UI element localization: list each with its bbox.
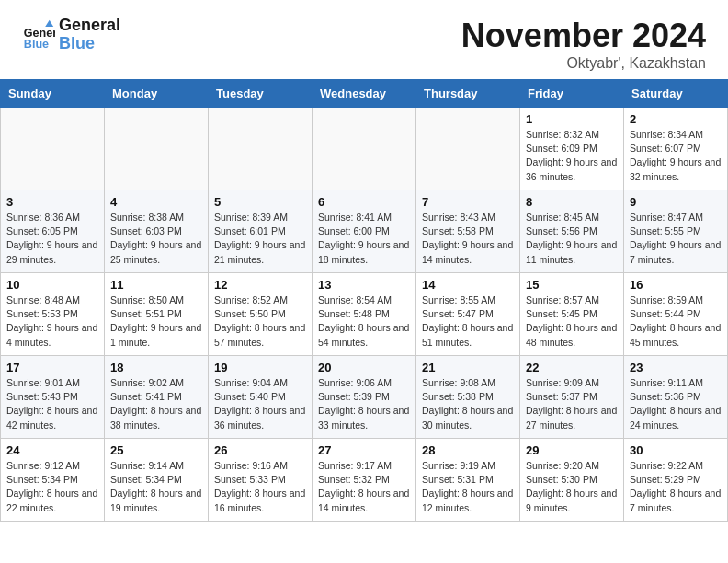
calendar-cell: 29Sunrise: 9:20 AM Sunset: 5:30 PM Dayli…	[520, 439, 624, 522]
calendar-cell: 26Sunrise: 9:16 AM Sunset: 5:33 PM Dayli…	[209, 439, 313, 522]
day-number: 7	[422, 195, 514, 209]
calendar-cell: 30Sunrise: 9:22 AM Sunset: 5:29 PM Dayli…	[624, 439, 728, 522]
day-info: Sunrise: 9:08 AM Sunset: 5:38 PM Dayligh…	[422, 376, 514, 432]
calendar-cell: 7Sunrise: 8:43 AM Sunset: 5:58 PM Daylig…	[416, 190, 520, 273]
calendar-cell: 12Sunrise: 8:52 AM Sunset: 5:50 PM Dayli…	[209, 273, 313, 356]
day-info: Sunrise: 8:55 AM Sunset: 5:47 PM Dayligh…	[422, 293, 514, 350]
day-number: 23	[630, 361, 722, 374]
day-number: 9	[630, 195, 722, 209]
weekday-header: Thursday	[416, 80, 520, 108]
day-info: Sunrise: 8:57 AM Sunset: 5:45 PM Dayligh…	[526, 293, 618, 350]
day-number: 27	[318, 443, 410, 457]
title-block: November 2024 Oktyabr', Kazakhstan	[461, 17, 706, 72]
day-number: 10	[6, 278, 98, 292]
day-info: Sunrise: 9:20 AM Sunset: 5:30 PM Dayligh…	[526, 459, 618, 515]
day-info: Sunrise: 8:41 AM Sunset: 6:00 PM Dayligh…	[318, 211, 410, 267]
day-info: Sunrise: 9:01 AM Sunset: 5:43 PM Dayligh…	[6, 376, 98, 432]
day-number: 5	[214, 195, 306, 209]
day-number: 4	[110, 195, 202, 209]
day-info: Sunrise: 8:36 AM Sunset: 6:05 PM Dayligh…	[6, 211, 98, 267]
day-info: Sunrise: 8:34 AM Sunset: 6:07 PM Dayligh…	[630, 128, 722, 184]
calendar-cell: 4Sunrise: 8:38 AM Sunset: 6:03 PM Daylig…	[105, 190, 209, 273]
day-info: Sunrise: 8:43 AM Sunset: 5:58 PM Dayligh…	[422, 211, 514, 267]
calendar-cell	[416, 108, 520, 190]
calendar-cell: 3Sunrise: 8:36 AM Sunset: 6:05 PM Daylig…	[1, 190, 105, 273]
day-number: 1	[526, 112, 618, 126]
day-number: 26	[214, 443, 306, 457]
logo: General Blue General Blue	[22, 17, 120, 53]
location: Oktyabr', Kazakhstan	[461, 55, 706, 72]
logo-blue: Blue	[59, 35, 120, 53]
day-number: 15	[526, 278, 618, 292]
day-info: Sunrise: 9:19 AM Sunset: 5:31 PM Dayligh…	[422, 459, 514, 515]
day-number: 13	[318, 278, 410, 292]
svg-text:Blue: Blue	[24, 38, 49, 51]
calendar-cell	[313, 108, 416, 190]
calendar-cell: 23Sunrise: 9:11 AM Sunset: 5:36 PM Dayli…	[624, 356, 728, 439]
day-number: 20	[318, 361, 410, 374]
day-number: 25	[110, 443, 202, 457]
calendar-cell: 25Sunrise: 9:14 AM Sunset: 5:34 PM Dayli…	[105, 439, 209, 522]
day-number: 30	[630, 443, 722, 457]
day-info: Sunrise: 9:02 AM Sunset: 5:41 PM Dayligh…	[110, 376, 202, 432]
calendar-cell: 14Sunrise: 8:55 AM Sunset: 5:47 PM Dayli…	[416, 273, 520, 356]
month-title: November 2024	[461, 17, 706, 55]
svg-marker-2	[45, 20, 53, 27]
weekday-header: Saturday	[624, 80, 728, 108]
day-info: Sunrise: 8:50 AM Sunset: 5:51 PM Dayligh…	[110, 293, 202, 350]
day-number: 24	[6, 443, 98, 457]
day-number: 28	[422, 443, 514, 457]
calendar-cell: 24Sunrise: 9:12 AM Sunset: 5:34 PM Dayli…	[1, 439, 105, 522]
day-info: Sunrise: 9:06 AM Sunset: 5:39 PM Dayligh…	[318, 376, 410, 432]
day-number: 17	[6, 361, 98, 374]
day-number: 14	[422, 278, 514, 292]
calendar-cell: 22Sunrise: 9:09 AM Sunset: 5:37 PM Dayli…	[520, 356, 624, 439]
calendar-cell	[105, 108, 209, 190]
calendar-cell: 21Sunrise: 9:08 AM Sunset: 5:38 PM Dayli…	[416, 356, 520, 439]
weekday-header: Monday	[105, 80, 209, 108]
day-info: Sunrise: 8:38 AM Sunset: 6:03 PM Dayligh…	[110, 211, 202, 267]
calendar-cell: 27Sunrise: 9:17 AM Sunset: 5:32 PM Dayli…	[313, 439, 416, 522]
day-info: Sunrise: 9:12 AM Sunset: 5:34 PM Dayligh…	[6, 459, 98, 515]
day-number: 2	[630, 112, 722, 126]
day-info: Sunrise: 8:47 AM Sunset: 5:55 PM Dayligh…	[630, 211, 722, 267]
page-header: General Blue General Blue November 2024 …	[0, 0, 728, 79]
day-info: Sunrise: 9:11 AM Sunset: 5:36 PM Dayligh…	[630, 376, 722, 432]
day-info: Sunrise: 9:09 AM Sunset: 5:37 PM Dayligh…	[526, 376, 618, 432]
day-info: Sunrise: 8:54 AM Sunset: 5:48 PM Dayligh…	[318, 293, 410, 350]
day-info: Sunrise: 9:22 AM Sunset: 5:29 PM Dayligh…	[630, 459, 722, 515]
day-number: 6	[318, 195, 410, 209]
calendar-cell: 11Sunrise: 8:50 AM Sunset: 5:51 PM Dayli…	[105, 273, 209, 356]
day-info: Sunrise: 9:14 AM Sunset: 5:34 PM Dayligh…	[110, 459, 202, 515]
calendar-cell: 2Sunrise: 8:34 AM Sunset: 6:07 PM Daylig…	[624, 108, 728, 190]
day-number: 29	[526, 443, 618, 457]
weekday-header: Sunday	[1, 80, 105, 108]
day-info: Sunrise: 9:16 AM Sunset: 5:33 PM Dayligh…	[214, 459, 306, 515]
weekday-header: Friday	[520, 80, 624, 108]
calendar-cell: 16Sunrise: 8:59 AM Sunset: 5:44 PM Dayli…	[624, 273, 728, 356]
day-number: 16	[630, 278, 722, 292]
calendar-cell: 18Sunrise: 9:02 AM Sunset: 5:41 PM Dayli…	[105, 356, 209, 439]
day-number: 22	[526, 361, 618, 374]
calendar-cell: 10Sunrise: 8:48 AM Sunset: 5:53 PM Dayli…	[1, 273, 105, 356]
day-number: 8	[526, 195, 618, 209]
calendar-cell: 28Sunrise: 9:19 AM Sunset: 5:31 PM Dayli…	[416, 439, 520, 522]
calendar-cell: 1Sunrise: 8:32 AM Sunset: 6:09 PM Daylig…	[520, 108, 624, 190]
day-number: 12	[214, 278, 306, 292]
calendar-cell: 15Sunrise: 8:57 AM Sunset: 5:45 PM Dayli…	[520, 273, 624, 356]
calendar-cell: 6Sunrise: 8:41 AM Sunset: 6:00 PM Daylig…	[313, 190, 416, 273]
weekday-header: Wednesday	[313, 80, 416, 108]
calendar-cell: 5Sunrise: 8:39 AM Sunset: 6:01 PM Daylig…	[209, 190, 313, 273]
day-number: 11	[110, 278, 202, 292]
calendar-cell	[209, 108, 313, 190]
calendar-cell: 9Sunrise: 8:47 AM Sunset: 5:55 PM Daylig…	[624, 190, 728, 273]
logo-icon: General Blue	[22, 18, 55, 52]
day-number: 18	[110, 361, 202, 374]
day-info: Sunrise: 8:45 AM Sunset: 5:56 PM Dayligh…	[526, 211, 618, 267]
calendar-cell: 19Sunrise: 9:04 AM Sunset: 5:40 PM Dayli…	[209, 356, 313, 439]
calendar-cell: 13Sunrise: 8:54 AM Sunset: 5:48 PM Dayli…	[313, 273, 416, 356]
calendar-cell: 17Sunrise: 9:01 AM Sunset: 5:43 PM Dayli…	[1, 356, 105, 439]
day-info: Sunrise: 8:52 AM Sunset: 5:50 PM Dayligh…	[214, 293, 306, 350]
day-number: 19	[214, 361, 306, 374]
day-info: Sunrise: 9:17 AM Sunset: 5:32 PM Dayligh…	[318, 459, 410, 515]
